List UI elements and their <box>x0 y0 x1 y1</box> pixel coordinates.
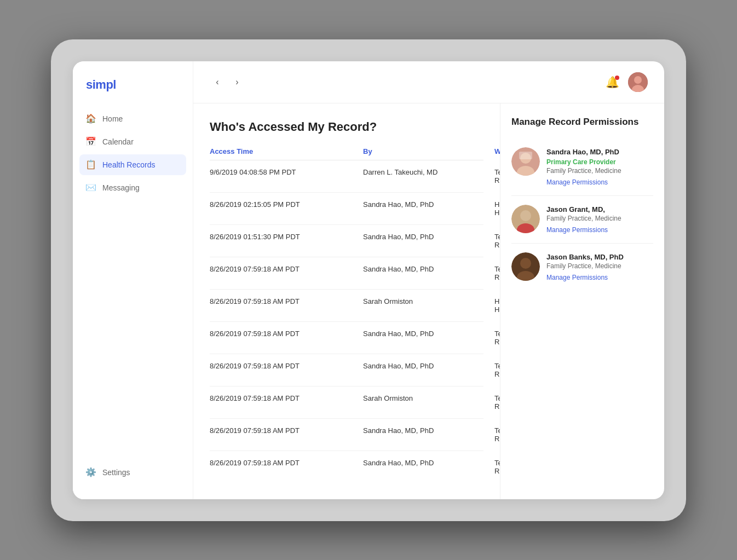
app-container: simpl 🏠 Home 📅 Calendar 📋 Health Records… <box>73 61 664 499</box>
top-bar: ‹ › 🔔 <box>193 61 664 103</box>
sidebar-item-settings[interactable]: ⚙️ Settings <box>79 462 186 483</box>
table-header: Access Time By What <box>210 147 483 160</box>
provider-info: Sandra Hao, MD, PhD Primary Care Provide… <box>546 147 653 187</box>
cell-by: Sandra Hao, MD, PhD <box>363 426 494 443</box>
provider-name: Jason Grant, MD, <box>546 205 653 215</box>
col-header-by: By <box>363 147 494 155</box>
notification-button[interactable]: 🔔 <box>606 76 619 89</box>
cell-what: Health History <box>494 200 500 217</box>
cell-time: 8/26/2019 07:59:18 AM PDT <box>210 426 363 443</box>
cell-time: 8/26/2019 07:59:18 AM PDT <box>210 265 363 281</box>
table-row: 8/26/2019 07:59:18 AM PDT Sandra Hao, MD… <box>210 354 483 386</box>
sidebar-item-label: Home <box>102 114 123 123</box>
cell-by: Sarah Ormiston <box>363 297 494 314</box>
cell-what: Health History <box>494 297 500 314</box>
manage-permissions-link[interactable]: Manage Permissions <box>546 226 608 234</box>
permissions-panel: Manage Record Permissions Sandra Hao, MD… <box>500 103 664 499</box>
settings-icon: ⚙️ <box>86 467 96 477</box>
cell-by: Sandra Hao, MD, PhD <box>363 200 494 217</box>
provider-avatar-image <box>511 252 540 281</box>
svg-rect-6 <box>519 152 532 159</box>
provider-name: Sandra Hao, MD, PhD <box>546 147 653 157</box>
col-header-what: What <box>494 147 500 155</box>
cell-time: 9/6/2019 04:08:58 PM PDT <box>210 168 363 184</box>
table-row: 8/26/2019 07:59:18 AM PDT Sandra Hao, MD… <box>210 257 483 290</box>
sidebar-item-home[interactable]: 🏠 Home <box>79 108 186 129</box>
calendar-icon: 📅 <box>86 137 96 147</box>
cell-by: Sandra Hao, MD, PhD <box>363 459 494 475</box>
manage-permissions-link[interactable]: Manage Permissions <box>546 178 608 186</box>
cell-time: 8/26/2019 07:59:18 AM PDT <box>210 459 363 475</box>
cell-what: Test Results <box>494 265 500 281</box>
cell-what: Test Results <box>494 394 500 411</box>
table-row: 8/26/2019 07:59:18 AM PDT Sarah Ormiston… <box>210 290 483 322</box>
content-area: Who's Accessed My Record? Access Time By… <box>193 103 664 499</box>
provider-avatar <box>511 252 540 281</box>
user-avatar[interactable] <box>628 72 648 92</box>
table-row: 8/26/2019 07:59:18 AM PDT Sandra Hao, MD… <box>210 451 483 483</box>
provider-card: Jason Banks, MD, PhD Family Practice, Me… <box>511 244 653 291</box>
cell-by: Sandra Hao, MD, PhD <box>363 233 494 249</box>
table-row: 8/26/2019 07:59:18 AM PDT Sandra Hao, MD… <box>210 419 483 451</box>
health-records-icon: 📋 <box>86 160 96 170</box>
provider-avatar-image <box>511 147 540 176</box>
svg-point-8 <box>520 210 531 221</box>
table-row: 8/26/2019 07:59:18 AM PDT Sandra Hao, MD… <box>210 322 483 354</box>
sidebar-item-label: Health Records <box>102 160 156 169</box>
providers-container: Sandra Hao, MD, PhD Primary Care Provide… <box>511 138 653 291</box>
home-icon: 🏠 <box>86 114 96 124</box>
table-row: 8/26/2019 02:15:05 PM PDT Sandra Hao, MD… <box>210 193 483 225</box>
provider-specialty: Family Practice, Medicine <box>546 262 653 270</box>
app-logo: simpl <box>73 78 193 108</box>
sidebar-item-calendar[interactable]: 📅 Calendar <box>79 131 186 152</box>
nav-arrows: ‹ › <box>210 74 245 90</box>
access-table: Access Time By What 9/6/2019 04:08:58 PM… <box>210 147 483 483</box>
cell-by: Sandra Hao, MD, PhD <box>363 362 494 378</box>
cell-by: Sandra Hao, MD, PhD <box>363 330 494 346</box>
table-row: 8/26/2019 07:59:18 AM PDT Sarah Ormiston… <box>210 386 483 419</box>
cell-time: 8/26/2019 07:59:18 AM PDT <box>210 362 363 378</box>
provider-info: Jason Grant, MD, Family Practice, Medici… <box>546 205 653 234</box>
cell-time: 8/26/2019 01:51:30 PM PDT <box>210 233 363 249</box>
sidebar-item-label: Messaging <box>102 183 140 192</box>
cell-time: 8/26/2019 07:59:18 AM PDT <box>210 330 363 346</box>
provider-card: Sandra Hao, MD, PhD Primary Care Provide… <box>511 138 653 196</box>
records-section: Who's Accessed My Record? Access Time By… <box>193 103 500 499</box>
sidebar-nav: 🏠 Home 📅 Calendar 📋 Health Records ✉️ Me… <box>73 108 193 462</box>
cell-what: Test Results <box>494 168 500 184</box>
sidebar-item-messaging[interactable]: ✉️ Messaging <box>79 177 186 198</box>
cell-what: Test Results <box>494 233 500 249</box>
panel-title: Manage Record Permissions <box>511 117 653 128</box>
provider-card: Jason Grant, MD, Family Practice, Medici… <box>511 196 653 244</box>
sidebar-bottom: ⚙️ Settings <box>73 462 193 483</box>
cell-what: Test Results <box>494 459 500 475</box>
forward-button[interactable]: › <box>229 74 245 90</box>
table-rows-container: 9/6/2019 04:08:58 PM PDT Darren L. Takeu… <box>210 160 483 483</box>
provider-avatar <box>511 205 540 233</box>
provider-specialty: Family Practice, Medicine <box>546 167 653 175</box>
sidebar-item-label: Calendar <box>102 137 134 146</box>
svg-point-11 <box>520 258 531 269</box>
main-content: ‹ › 🔔 <box>193 61 664 499</box>
device-frame: simpl 🏠 Home 📅 Calendar 📋 Health Records… <box>51 39 686 521</box>
top-bar-right: 🔔 <box>606 72 648 92</box>
notification-dot <box>615 76 619 80</box>
cell-what: Test Results <box>494 426 500 443</box>
cell-time: 8/26/2019 02:15:05 PM PDT <box>210 200 363 217</box>
back-button[interactable]: ‹ <box>210 74 225 90</box>
cell-time: 8/26/2019 07:59:18 AM PDT <box>210 394 363 411</box>
provider-role: Primary Care Provider <box>546 158 653 166</box>
cell-by: Darren L. Takeuchi, MD <box>363 168 494 184</box>
svg-point-1 <box>634 76 642 84</box>
messaging-icon: ✉️ <box>86 183 96 193</box>
manage-permissions-link[interactable]: Manage Permissions <box>546 274 608 281</box>
provider-info: Jason Banks, MD, PhD Family Practice, Me… <box>546 252 653 282</box>
provider-specialty: Family Practice, Medicine <box>546 215 653 222</box>
table-row: 8/26/2019 01:51:30 PM PDT Sandra Hao, MD… <box>210 225 483 257</box>
sidebar: simpl 🏠 Home 📅 Calendar 📋 Health Records… <box>73 61 193 499</box>
sidebar-item-health-records[interactable]: 📋 Health Records <box>79 154 186 175</box>
cell-what: Test Results <box>494 330 500 346</box>
page-title: Who's Accessed My Record? <box>210 120 483 134</box>
provider-name: Jason Banks, MD, PhD <box>546 252 653 262</box>
avatar-image <box>628 72 648 92</box>
